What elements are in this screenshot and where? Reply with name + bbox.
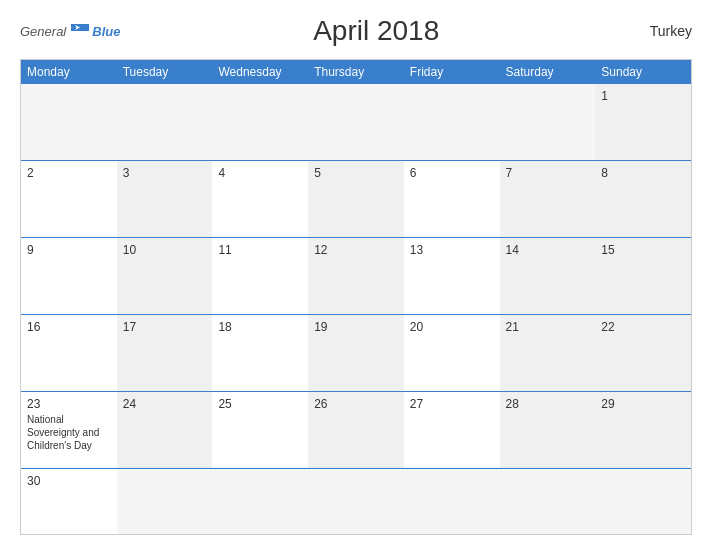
day-number: 9 xyxy=(27,243,111,257)
day-number: 28 xyxy=(506,397,590,411)
calendar-week-4: 16171819202122 xyxy=(21,315,691,392)
day-number: 26 xyxy=(314,397,398,411)
calendar-week-5: 23National Sovereignty and Children's Da… xyxy=(21,392,691,469)
calendar-week-3: 9101112131415 xyxy=(21,238,691,315)
calendar-header: MondayTuesdayWednesdayThursdayFridaySatu… xyxy=(21,60,691,84)
calendar-cell: 5 xyxy=(308,161,404,237)
calendar-cell xyxy=(212,469,308,534)
day-number: 12 xyxy=(314,243,398,257)
calendar-cell: 13 xyxy=(404,238,500,314)
day-header-saturday: Saturday xyxy=(500,60,596,84)
day-number: 10 xyxy=(123,243,207,257)
calendar-cell: 2 xyxy=(21,161,117,237)
calendar-cell: 27 xyxy=(404,392,500,468)
calendar-cell xyxy=(500,84,596,160)
svg-rect-1 xyxy=(71,31,89,38)
day-number: 8 xyxy=(601,166,685,180)
day-number: 14 xyxy=(506,243,590,257)
calendar-cell xyxy=(308,84,404,160)
logo-blue: Blue xyxy=(92,24,120,39)
calendar-cell: 9 xyxy=(21,238,117,314)
calendar-cell: 17 xyxy=(117,315,213,391)
calendar-cell xyxy=(308,469,404,534)
calendar-cell: 21 xyxy=(500,315,596,391)
calendar-cell: 4 xyxy=(212,161,308,237)
calendar-week-1: 1 xyxy=(21,84,691,161)
calendar-week-6: 30 xyxy=(21,469,691,534)
event-label: National Sovereignty and Children's Day xyxy=(27,413,111,452)
calendar-week-2: 2345678 xyxy=(21,161,691,238)
calendar-cell: 18 xyxy=(212,315,308,391)
calendar-cell xyxy=(212,84,308,160)
calendar-cell: 10 xyxy=(117,238,213,314)
day-number: 24 xyxy=(123,397,207,411)
calendar-cell xyxy=(500,469,596,534)
calendar-title: April 2018 xyxy=(120,15,632,47)
day-number: 2 xyxy=(27,166,111,180)
calendar-cell: 7 xyxy=(500,161,596,237)
calendar-cell: 26 xyxy=(308,392,404,468)
calendar-cell: 22 xyxy=(595,315,691,391)
day-number: 6 xyxy=(410,166,494,180)
day-number: 22 xyxy=(601,320,685,334)
calendar-cell: 14 xyxy=(500,238,596,314)
calendar: MondayTuesdayWednesdayThursdayFridaySatu… xyxy=(20,59,692,535)
page-header: General Blue April 2018 Turkey xyxy=(20,15,692,47)
calendar-page: General Blue April 2018 Turkey MondayTue… xyxy=(0,0,712,550)
calendar-cell: 29 xyxy=(595,392,691,468)
day-header-friday: Friday xyxy=(404,60,500,84)
calendar-cell: 20 xyxy=(404,315,500,391)
day-number: 3 xyxy=(123,166,207,180)
calendar-cell xyxy=(404,84,500,160)
day-number: 17 xyxy=(123,320,207,334)
day-number: 1 xyxy=(601,89,685,103)
day-number: 18 xyxy=(218,320,302,334)
day-number: 16 xyxy=(27,320,111,334)
day-header-tuesday: Tuesday xyxy=(117,60,213,84)
day-number: 4 xyxy=(218,166,302,180)
day-number: 7 xyxy=(506,166,590,180)
calendar-cell: 25 xyxy=(212,392,308,468)
day-header-wednesday: Wednesday xyxy=(212,60,308,84)
calendar-body: 1234567891011121314151617181920212223Nat… xyxy=(21,84,691,534)
calendar-cell xyxy=(117,469,213,534)
calendar-cell: 3 xyxy=(117,161,213,237)
country-label: Turkey xyxy=(632,23,692,39)
day-number: 30 xyxy=(27,474,111,488)
calendar-cell xyxy=(595,469,691,534)
day-number: 11 xyxy=(218,243,302,257)
calendar-cell xyxy=(117,84,213,160)
calendar-cell: 12 xyxy=(308,238,404,314)
day-number: 21 xyxy=(506,320,590,334)
day-header-sunday: Sunday xyxy=(595,60,691,84)
logo-general: General xyxy=(20,24,66,39)
day-header-monday: Monday xyxy=(21,60,117,84)
day-number: 19 xyxy=(314,320,398,334)
logo: General Blue xyxy=(20,24,120,39)
calendar-cell: 23National Sovereignty and Children's Da… xyxy=(21,392,117,468)
calendar-cell xyxy=(21,84,117,160)
day-number: 27 xyxy=(410,397,494,411)
calendar-cell: 1 xyxy=(595,84,691,160)
logo-flag-icon xyxy=(71,24,89,38)
day-number: 23 xyxy=(27,397,111,411)
day-number: 15 xyxy=(601,243,685,257)
calendar-cell: 19 xyxy=(308,315,404,391)
calendar-cell: 6 xyxy=(404,161,500,237)
day-number: 5 xyxy=(314,166,398,180)
calendar-cell: 11 xyxy=(212,238,308,314)
calendar-cell: 24 xyxy=(117,392,213,468)
day-number: 25 xyxy=(218,397,302,411)
calendar-cell: 30 xyxy=(21,469,117,534)
day-number: 29 xyxy=(601,397,685,411)
calendar-cell: 28 xyxy=(500,392,596,468)
calendar-cell xyxy=(404,469,500,534)
day-number: 20 xyxy=(410,320,494,334)
day-header-thursday: Thursday xyxy=(308,60,404,84)
calendar-cell: 16 xyxy=(21,315,117,391)
day-number: 13 xyxy=(410,243,494,257)
calendar-cell: 8 xyxy=(595,161,691,237)
calendar-cell: 15 xyxy=(595,238,691,314)
